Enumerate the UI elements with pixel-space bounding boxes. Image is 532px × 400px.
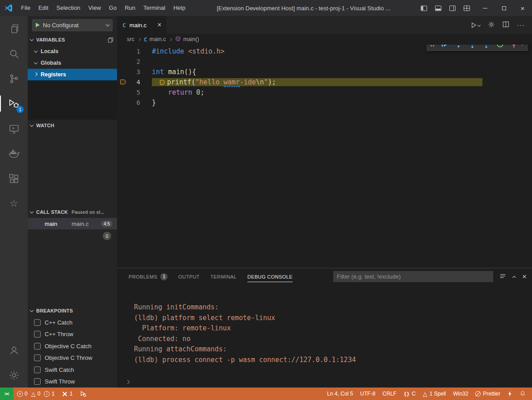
explorer-icon[interactable]: [0, 16, 28, 41]
bell-icon: [519, 391, 526, 397]
maximize-panel-icon[interactable]: [512, 275, 516, 279]
language-mode-status[interactable]: {} C: [400, 388, 419, 400]
code-line[interactable]: 4 printf("hello wamr-ide\n");: [117, 77, 532, 87]
breakpoint-checkbox[interactable]: [34, 343, 41, 350]
inline-breakpoint-icon[interactable]: [160, 80, 165, 85]
code-line[interactable]: 3int main(){: [117, 67, 532, 77]
accounts-icon[interactable]: [0, 338, 28, 362]
variables-item-registers[interactable]: Registers: [28, 69, 117, 80]
run-or-debug-button[interactable]: [470, 22, 480, 29]
breakpoint-item-objective-c-catch[interactable]: Objective C Catch: [28, 340, 117, 352]
breadcrumb-symbol[interactable]: main(): [175, 36, 199, 43]
cursor-position-status[interactable]: Ln 4, Col 5: [323, 388, 356, 400]
debug-status[interactable]: [76, 388, 90, 400]
source-control-icon[interactable]: [0, 66, 28, 91]
breakpoint-gutter[interactable]: [117, 79, 129, 84]
menu-help[interactable]: Help: [169, 0, 189, 16]
panel-tab-terminal[interactable]: TERMINAL: [210, 268, 237, 285]
docker-icon[interactable]: [0, 141, 28, 166]
stack-frame-row[interactable]: main main.c 4:5: [28, 218, 117, 229]
panel-tab-output[interactable]: OUTPUT: [178, 268, 200, 285]
encoding-status[interactable]: UTF-8: [356, 388, 379, 400]
variables-section-header[interactable]: VARIABLES: [28, 34, 117, 46]
run-and-debug-icon[interactable]: 1: [0, 91, 28, 116]
customize-layout-icon[interactable]: [461, 2, 473, 14]
toolchain-status[interactable]: 1: [58, 388, 76, 400]
step-over-button[interactable]: [453, 45, 463, 49]
breakpoint-item-objective-c-throw[interactable]: Objective C Throw: [28, 352, 117, 364]
current-line-arrow-icon: [120, 79, 126, 84]
breakpoint-item-swift-throw[interactable]: Swift Throw: [28, 376, 117, 388]
console-filter-input[interactable]: [333, 271, 493, 282]
split-editor-icon[interactable]: [503, 21, 509, 29]
lightning-status[interactable]: [504, 388, 516, 400]
breakpoint-item-c-throw[interactable]: C++ Throw: [28, 329, 117, 341]
remote-explorer-icon[interactable]: [0, 116, 28, 141]
close-window-button[interactable]: ×: [513, 0, 532, 16]
settings-gear-icon[interactable]: [0, 362, 28, 388]
menu-view[interactable]: View: [84, 0, 105, 16]
minimize-button[interactable]: [476, 0, 494, 16]
copy-icon[interactable]: [108, 37, 113, 43]
menu-file[interactable]: File: [17, 0, 34, 16]
panel-tab-debug-console[interactable]: DEBUG CONSOLE: [247, 268, 293, 285]
drag-handle-icon[interactable]: [431, 45, 435, 47]
variables-item-locals[interactable]: Locals: [28, 46, 117, 57]
disconnect-button[interactable]: [509, 45, 519, 49]
breakpoint-checkbox[interactable]: [34, 331, 41, 338]
code-line[interactable]: 6}: [117, 97, 532, 108]
breakpoint-checkbox[interactable]: [34, 354, 41, 361]
notifications-status[interactable]: [516, 388, 529, 400]
console-menu-icon[interactable]: [499, 273, 506, 281]
tab-main-c[interactable]: C main.c ×: [117, 16, 167, 34]
code-line[interactable]: 5 return 0;: [117, 87, 532, 97]
favorites-star-icon[interactable]: ☆: [0, 191, 28, 216]
menu-run[interactable]: Run: [121, 0, 139, 16]
search-icon[interactable]: [0, 41, 28, 66]
toolchain-gear-icon[interactable]: [488, 21, 495, 29]
step-into-button[interactable]: [467, 45, 477, 49]
formatter-status[interactable]: Prettier: [472, 388, 504, 400]
restart-button[interactable]: [495, 45, 505, 49]
toggle-primary-sidebar-icon[interactable]: [418, 2, 430, 14]
chevron-down-icon[interactable]: [520, 45, 524, 45]
breakpoint-item-swift-catch[interactable]: Swift Catch: [28, 364, 117, 376]
breadcrumb-file[interactable]: C main.c: [144, 36, 166, 43]
breakpoints-section-header[interactable]: BREAKPOINTS: [28, 305, 117, 317]
breakpoint-item-c-catch[interactable]: C++ Catch: [28, 317, 117, 329]
more-actions-icon[interactable]: ···: [517, 24, 525, 26]
close-tab-icon[interactable]: ×: [157, 21, 161, 29]
breakpoint-checkbox[interactable]: [34, 378, 41, 385]
debug-config-dropdown[interactable]: No Configurat: [32, 19, 113, 31]
menu-go[interactable]: Go: [105, 0, 121, 16]
variables-item-globals[interactable]: Globals: [28, 57, 117, 69]
call-stack-section-header[interactable]: CALL STACK Paused on st...: [28, 206, 117, 218]
problems-status[interactable]: ×0 △0 i1: [13, 388, 58, 400]
extensions-icon[interactable]: [0, 166, 28, 191]
continue-button[interactable]: [440, 45, 449, 49]
toggle-secondary-sidebar-icon[interactable]: [446, 2, 459, 14]
platform-status[interactable]: Win32: [449, 388, 472, 400]
close-panel-icon[interactable]: ×: [522, 273, 527, 280]
breadcrumb-src[interactable]: src: [127, 36, 134, 42]
eol-status[interactable]: CRLF: [379, 388, 400, 400]
debug-console-output[interactable]: Running initCommands:(lldb) platform sel…: [117, 285, 532, 376]
chevron-down-icon: [106, 23, 109, 26]
debug-console-input[interactable]: [117, 376, 532, 388]
breakpoint-checkbox[interactable]: [34, 367, 41, 373]
code-editor[interactable]: 1#include <stdio.h>23int main(){4 printf…: [117, 45, 532, 268]
toggle-panel-icon[interactable]: [432, 2, 444, 14]
menu-terminal[interactable]: Terminal: [139, 0, 169, 16]
watch-section-header[interactable]: WATCH: [28, 120, 117, 131]
spell-checker-status[interactable]: △ 1 Spell: [419, 388, 450, 400]
start-debug-icon[interactable]: [36, 23, 40, 27]
breakpoint-checkbox[interactable]: [34, 319, 41, 326]
panel-tab-problems[interactable]: PROBLEMS1: [129, 268, 168, 285]
maximize-button[interactable]: [494, 0, 513, 16]
menu-selection[interactable]: Selection: [52, 0, 84, 16]
warning-icon: △: [423, 391, 427, 397]
remote-indicator[interactable]: ><: [0, 388, 13, 400]
code-line[interactable]: 2: [117, 56, 532, 67]
menu-edit[interactable]: Edit: [34, 0, 52, 16]
step-out-button[interactable]: [481, 45, 491, 49]
